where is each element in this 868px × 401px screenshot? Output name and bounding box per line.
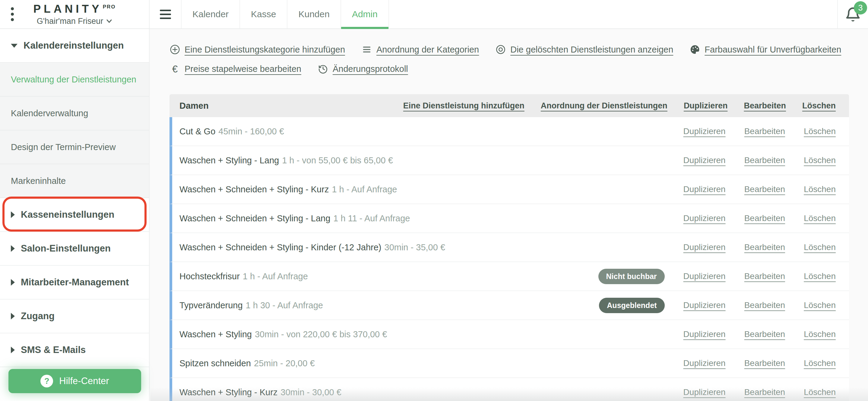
delete-link[interactable]: Löschen [804, 184, 836, 194]
delete-link[interactable]: Löschen [804, 300, 836, 310]
tab-admin[interactable]: Admin [341, 0, 389, 28]
category-order-link[interactable]: Anordnung der Kategorien [361, 44, 479, 55]
delete-link[interactable]: Löschen [804, 388, 836, 397]
table-row: Waschen + Styling30min - von 220,00 € bi… [169, 320, 849, 349]
duplicate-link[interactable]: Duplizieren [683, 359, 726, 368]
delete-link[interactable]: Löschen [804, 126, 836, 136]
sidebar-item-design-der-termin-preview[interactable]: Design der Termin-Preview [0, 131, 149, 164]
edit-link[interactable]: Bearbeiten [744, 330, 785, 339]
edit-link[interactable]: Bearbeiten [744, 300, 785, 310]
duplicate-link[interactable]: Duplizieren [683, 242, 726, 252]
duplicate-link[interactable]: Duplizieren [683, 155, 726, 165]
duplicate-column-link[interactable]: Duplizieren [684, 101, 728, 111]
triangle-right-icon [11, 245, 15, 252]
top-bar: PLANITYPRO G'hair'man Friseur Kalender K… [0, 0, 868, 29]
service-name: Waschen + Schneiden + Styling - Lang [180, 213, 330, 223]
duplicate-link[interactable]: Duplizieren [683, 184, 726, 194]
table-row: Spitzen schneiden25min - 20,00 € Duplizi… [169, 349, 849, 378]
delete-link[interactable]: Löschen [804, 242, 836, 252]
help-center-button[interactable]: ? Hilfe-Center [8, 369, 141, 393]
service-order-link[interactable]: Anordnung der Dienstleistungen [541, 101, 668, 111]
circle-plus-icon [169, 44, 180, 55]
service-details: 30min - 35,00 € [384, 242, 445, 252]
notification-area: 3 [837, 0, 868, 28]
sidebar-item-kalenderverwaltung[interactable]: Kalenderverwaltung [0, 97, 149, 131]
palette-icon [689, 44, 700, 55]
edit-link[interactable]: Bearbeiten [744, 213, 785, 223]
duplicate-link[interactable]: Duplizieren [683, 330, 726, 339]
triangle-right-icon [11, 211, 15, 218]
salon-switcher[interactable]: G'hair'man Friseur [33, 17, 116, 26]
service-details: 30min - 30,00 € [280, 388, 341, 397]
delete-link[interactable]: Löschen [804, 213, 836, 223]
logo: PLANITYPRO G'hair'man Friseur [33, 3, 116, 26]
add-service-category-link[interactable]: Eine Dienstleistungskategorie hinzufügen [169, 44, 345, 55]
brand-pro-label: PRO [103, 4, 116, 10]
notification-bell-button[interactable]: 3 [845, 5, 861, 23]
service-details: 25min - 20,00 € [254, 359, 315, 368]
brand-area: PLANITYPRO G'hair'man Friseur [0, 0, 150, 28]
duplicate-link[interactable]: Duplizieren [683, 213, 726, 223]
sidebar-item-markeninhalte[interactable]: Markeninhalte [0, 164, 149, 198]
service-name: Cut & Go [180, 126, 215, 136]
hamburger-icon [160, 10, 171, 19]
edit-column-link[interactable]: Bearbeiten [744, 101, 786, 111]
sidebar-group-label: Kalendereinstellungen [24, 40, 124, 51]
add-service-link[interactable]: Eine Dienstleistung hinzufügen [403, 101, 525, 111]
edit-link[interactable]: Bearbeiten [744, 242, 785, 252]
sidebar-item-verwaltung-der-dienstleistungen[interactable]: Verwaltung der Dienstleistungen [0, 63, 149, 97]
tab-kalender[interactable]: Kalender [181, 0, 240, 28]
duplicate-link[interactable]: Duplizieren [683, 126, 726, 136]
change-log-link[interactable]: Änderungsprotokoll [318, 63, 408, 74]
bulk-edit-prices-link[interactable]: € Preise stapelweise bearbeiten [169, 63, 301, 74]
edit-link[interactable]: Bearbeiten [744, 271, 785, 281]
kebab-menu-icon[interactable] [11, 7, 14, 21]
triangle-right-icon [11, 347, 15, 353]
table-header: Damen Eine Dienstleistung hinzufügen Ano… [169, 94, 849, 117]
admin-sidebar: Kalendereinstellungen Verwaltung der Die… [0, 29, 150, 401]
edit-link[interactable]: Bearbeiten [744, 184, 785, 194]
sidebar-item-salon-einstellungen[interactable]: Salon-Einstellungen [0, 232, 149, 266]
service-name: Waschen + Styling - Lang [180, 155, 279, 165]
status-badge-hidden: Ausgeblendet [599, 298, 664, 313]
show-deleted-services-link[interactable]: Die gelöschten Dienstleistungen anzeigen [495, 44, 673, 55]
sidebar-item-zugang[interactable]: Zugang [0, 299, 149, 333]
main-nav: Kalender Kasse Kunden Admin [181, 0, 389, 28]
edit-link[interactable]: Bearbeiten [744, 126, 785, 136]
edit-link[interactable]: Bearbeiten [744, 359, 785, 368]
duplicate-link[interactable]: Duplizieren [683, 271, 726, 281]
delete-link[interactable]: Löschen [804, 155, 836, 165]
duplicate-link[interactable]: Duplizieren [683, 388, 726, 397]
sidebar-group-kalendereinstellungen[interactable]: Kalendereinstellungen [0, 29, 149, 62]
duplicate-link[interactable]: Duplizieren [683, 300, 726, 310]
brand-name: PLANITY [33, 3, 102, 15]
delete-link[interactable]: Löschen [804, 359, 836, 368]
notification-count-badge: 3 [854, 1, 867, 15]
sidebar-item-mitarbeiter-management[interactable]: Mitarbeiter-Management [0, 266, 149, 299]
delete-column-link[interactable]: Löschen [802, 101, 836, 111]
hamburger-menu-button[interactable] [150, 0, 181, 28]
tab-kunden[interactable]: Kunden [287, 0, 340, 28]
services-table: Damen Eine Dienstleistung hinzufügen Ano… [169, 94, 849, 401]
sidebar-item-kasseneinstellungen[interactable]: Kasseneinstellungen [0, 198, 149, 232]
list-icon [361, 44, 372, 55]
service-details: 1 h 30 - Auf Anfrage [246, 300, 323, 310]
unavailability-color-link[interactable]: Farbauswahl für Unverfügbarkeiten [689, 44, 841, 55]
edit-link[interactable]: Bearbeiten [744, 388, 785, 397]
eye-icon [495, 44, 506, 55]
delete-link[interactable]: Löschen [804, 330, 836, 339]
triangle-down-icon [11, 44, 18, 48]
table-row: Cut & Go45min - 160,00 € Duplizieren Bea… [169, 117, 849, 146]
service-details: 1 h - Auf Anfrage [243, 271, 308, 281]
status-badge-not-bookable: Nicht buchbar [598, 269, 665, 284]
edit-link[interactable]: Bearbeiten [744, 155, 785, 165]
delete-link[interactable]: Löschen [804, 271, 836, 281]
tab-kasse[interactable]: Kasse [240, 0, 287, 28]
table-row: Waschen + Schneiden + Styling - Kinder (… [169, 233, 849, 262]
triangle-right-icon [11, 279, 15, 286]
service-details: 1 h 11 - Auf Anfrage [333, 213, 410, 223]
triangle-right-icon [11, 313, 15, 319]
sidebar-item-sms-emails[interactable]: SMS & E-Mails [0, 333, 149, 367]
service-name: Spitzen schneiden [180, 359, 251, 368]
euro-icon: € [169, 63, 180, 74]
